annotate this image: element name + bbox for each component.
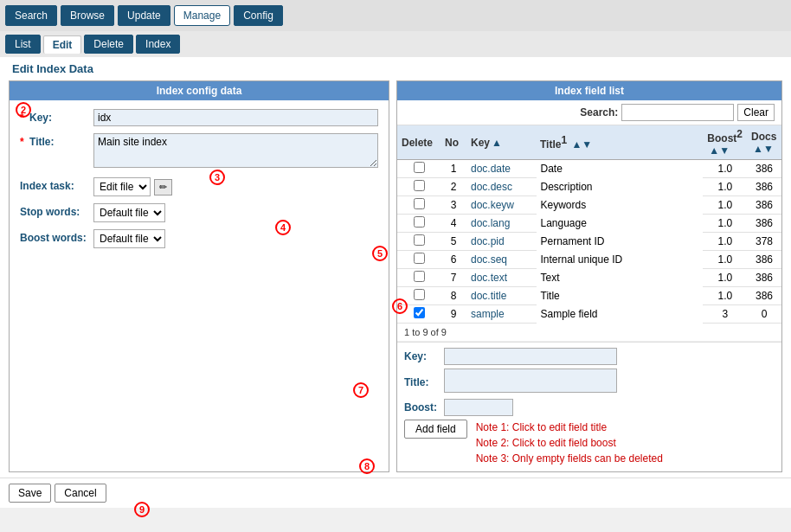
nav-browse[interactable]: Browse [61,5,114,26]
annotation-2: 2 [16,102,31,118]
nav-config[interactable]: Config [234,5,283,26]
index-task-label: Index task: [20,177,93,192]
table-row: 8 doc.title Title 1.0 386 [397,287,781,305]
key-cell-0[interactable]: doc.date [466,160,536,178]
sub-navigation: List Edit Delete Index [0,31,791,57]
annotation-8: 8 [359,458,375,474]
boost-cell-1[interactable]: 1.0 [703,178,747,196]
left-panel-body: * Key: * Title: M [10,100,389,264]
subnav-index[interactable]: Index [136,35,180,54]
delete-checkbox-5[interactable] [414,253,425,264]
delete-cell-6[interactable] [397,269,441,287]
subnav-list[interactable]: List [5,35,41,54]
th-title[interactable]: Title1 ▲▼ [536,125,703,160]
title-cell-7[interactable]: Title [536,287,703,305]
note-1: Note 1: Click to edit field title [476,420,663,435]
add-field-button[interactable]: Add field [404,420,467,439]
add-key-row: Key: [404,348,775,365]
key-cell-7[interactable]: doc.title [466,287,536,305]
delete-checkbox-8[interactable] [414,307,425,318]
no-cell-5: 6 [441,251,466,269]
key-cell-2[interactable]: doc.keyw [466,196,536,215]
field-search-clear-button[interactable]: Clear [737,104,775,121]
delete-cell-5[interactable] [397,251,441,269]
key-cell-5[interactable]: doc.seq [466,251,536,269]
delete-checkbox-4[interactable] [414,234,425,246]
delete-checkbox-0[interactable] [414,162,425,173]
title-cell-3[interactable]: Language [536,215,703,233]
title-cell-6[interactable]: Text [536,269,703,287]
add-boost-input-wrapper [444,399,513,416]
boost-cell-6[interactable]: 1.0 [703,269,747,287]
boost-cell-0[interactable]: 1.0 [703,160,747,178]
subnav-delete[interactable]: Delete [84,35,133,54]
field-table-body: 1 doc.date Date 1.0 386 2 doc.desc Descr… [397,160,781,324]
boost-cell-5[interactable]: 1.0 [703,251,747,269]
nav-manage[interactable]: Manage [174,5,230,26]
nav-search[interactable]: Search [5,5,57,26]
boost-words-row: Boost words: Default file [20,229,378,248]
notes-section: Note 1: Click to edit field title Note 2… [476,420,663,466]
key-cell-6[interactable]: doc.text [466,269,536,287]
key-cell-4[interactable]: doc.pid [466,233,536,251]
title-cell-5[interactable]: Internal unique ID [536,251,703,269]
boost-cell-8[interactable]: 3 [703,305,747,324]
nav-update[interactable]: Update [118,5,170,26]
add-boost-input[interactable] [444,399,513,416]
key-cell-1[interactable]: doc.desc [466,178,536,196]
add-title-textarea[interactable] [444,369,617,393]
delete-cell-3[interactable] [397,215,441,233]
key-row: * Key: [20,109,378,126]
stop-words-select[interactable]: Default file [93,203,165,222]
right-panel-header: Index field list [397,81,781,100]
add-field-form: Key: Title: Boost: [397,342,781,471]
boost-cell-3[interactable]: 1.0 [703,215,747,233]
title-cell-8[interactable]: Sample field [536,305,703,324]
save-button[interactable]: Save [9,484,51,503]
no-cell-6: 7 [441,269,466,287]
th-delete: Delete [397,125,441,160]
right-panel-body: Search: Clear Delete No Key▲ Title1 ▲▼ [397,100,781,471]
delete-checkbox-6[interactable] [414,271,425,282]
th-boost[interactable]: Boost2 ▲▼ [703,125,747,160]
delete-cell-4[interactable] [397,233,441,251]
delete-checkbox-2[interactable] [414,198,425,209]
boost-words-select[interactable]: Default file [93,229,165,248]
field-search-input[interactable] [621,104,734,121]
title-textarea[interactable]: Main site index [93,133,378,168]
th-key[interactable]: Key▲ [466,125,536,160]
boost-cell-7[interactable]: 1.0 [703,287,747,305]
no-cell-8: 9 [441,305,466,324]
delete-checkbox-3[interactable] [414,216,425,228]
delete-cell-1[interactable] [397,178,441,196]
subnav-edit[interactable]: Edit [43,35,82,54]
add-key-input[interactable] [444,348,617,365]
annotation-3: 3 [209,170,225,185]
delete-cell-0[interactable] [397,160,441,178]
index-task-select[interactable]: Edit file [93,177,151,196]
title-cell-4[interactable]: Pernament ID [536,233,703,251]
title-cell-2[interactable]: Keywords [536,196,703,215]
cancel-button[interactable]: Cancel [55,484,106,503]
sort-arrow-boost: ▲▼ [709,144,730,157]
title-label: * Title: [20,133,93,148]
index-task-row: Index task: Edit file ✏ [20,177,378,196]
title-cell-1[interactable]: Description [536,178,703,196]
key-input[interactable] [93,109,378,126]
index-task-edit-button[interactable]: ✏ [154,179,172,195]
left-panel-header: Index config data [10,81,389,100]
delete-cell-2[interactable] [397,196,441,215]
field-table-head: Delete No Key▲ Title1 ▲▼ Boost2 ▲▼ Docs … [397,125,781,160]
delete-checkbox-1[interactable] [414,180,425,191]
annotation-9: 9 [134,502,150,517]
boost-cell-2[interactable]: 1.0 [703,196,747,215]
left-panel: Index config data * Key: [9,80,389,472]
delete-checkbox-7[interactable] [414,289,425,300]
key-cell-8[interactable]: sample [466,305,536,324]
boost-cell-4[interactable]: 1.0 [703,233,747,251]
no-cell-2: 3 [441,196,466,215]
no-cell-4: 5 [441,233,466,251]
key-cell-3[interactable]: doc.lang [466,215,536,233]
th-docs[interactable]: Docs ▲▼ [747,125,781,160]
title-cell-0[interactable]: Date [536,160,703,178]
